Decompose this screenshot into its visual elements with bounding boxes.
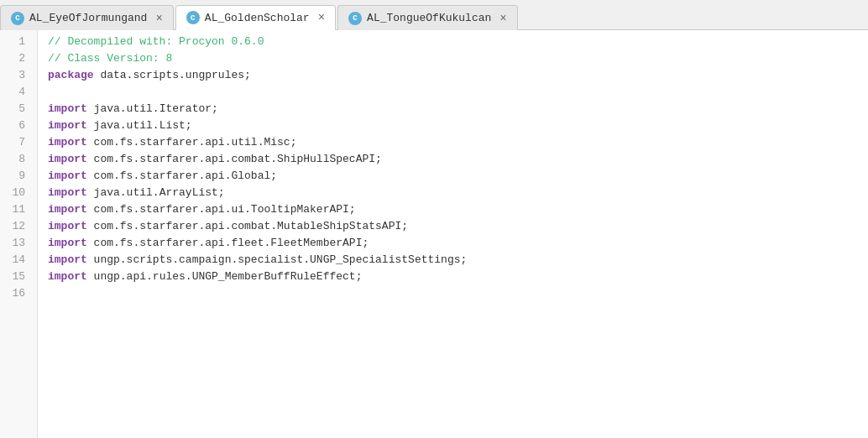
line-number-13: 13 — [0, 235, 30, 252]
line-number-4: 4 — [0, 84, 30, 101]
line-number-5: 5 — [0, 101, 30, 117]
tab-close-tab3[interactable]: × — [499, 12, 506, 25]
code-token: // Class Version: 8 — [48, 52, 172, 65]
code-token: com.fs.starfarer.api.fleet.FleetMemberAP… — [87, 237, 369, 249]
code-token: import — [48, 253, 87, 266]
code-line-7: import com.fs.starfarer.api.util.Misc; — [48, 134, 868, 151]
code-token: import — [48, 153, 87, 165]
code-line-2: // Class Version: 8 — [48, 50, 868, 67]
code-content: // Decompiled with: Procyon 0.6.0// Clas… — [38, 30, 868, 438]
code-token: import — [48, 102, 87, 115]
code-line-5: import java.util.Iterator; — [48, 101, 868, 117]
code-token: import — [48, 119, 87, 132]
code-line-16 — [48, 285, 868, 302]
code-line-3: package data.scripts.ungprules; — [48, 67, 868, 84]
code-token: com.fs.starfarer.api.combat.ShipHullSpec… — [87, 153, 382, 165]
line-numbers: 12345678910111213141516 — [0, 30, 38, 438]
tab-tab1[interactable]: cAL_EyeOfJormungand× — [0, 5, 174, 30]
tab-close-tab1[interactable]: × — [155, 12, 162, 25]
tab-icon-tab1: c — [11, 12, 24, 25]
code-token: import — [48, 136, 87, 149]
code-token: import — [48, 237, 87, 249]
line-number-14: 14 — [0, 252, 30, 269]
code-line-8: import com.fs.starfarer.api.combat.ShipH… — [48, 151, 868, 168]
line-number-2: 2 — [0, 50, 30, 67]
line-number-11: 11 — [0, 201, 30, 218]
code-line-13: import com.fs.starfarer.api.fleet.FleetM… — [48, 235, 868, 252]
tab-icon-tab2: c — [186, 11, 200, 24]
code-token: import — [48, 270, 87, 283]
code-token: java.util.List; — [87, 119, 192, 132]
code-token: com.fs.starfarer.api.combat.MutableShipS… — [87, 220, 408, 232]
tab-tab3[interactable]: cAL_TongueOfKukulcan× — [337, 5, 518, 30]
code-token: import — [48, 169, 87, 182]
line-number-10: 10 — [0, 185, 30, 201]
code-token: ungp.api.rules.UNGP_MemberBuffRuleEffect… — [87, 270, 363, 283]
tab-close-tab2[interactable]: × — [318, 11, 325, 24]
code-line-1: // Decompiled with: Procyon 0.6.0 — [48, 34, 868, 50]
code-line-12: import com.fs.starfarer.api.combat.Mutab… — [48, 218, 868, 235]
code-token: // Decompiled with: Procyon 0.6.0 — [48, 35, 264, 48]
code-line-4 — [48, 84, 868, 101]
code-token: com.fs.starfarer.api.Global; — [87, 169, 277, 182]
code-token: java.util.ArrayList; — [87, 186, 225, 199]
code-line-10: import java.util.ArrayList; — [48, 185, 868, 201]
tab-label-tab2: AL_GoldenScholar — [205, 12, 310, 24]
code-token: ungp.scripts.campaign.specialist.UNGP_Sp… — [87, 253, 467, 266]
line-number-1: 1 — [0, 34, 30, 50]
code-line-15: import ungp.api.rules.UNGP_MemberBuffRul… — [48, 269, 868, 285]
line-number-15: 15 — [0, 269, 30, 285]
code-line-9: import com.fs.starfarer.api.Global; — [48, 168, 868, 185]
code-token: com.fs.starfarer.api.ui.TooltipMakerAPI; — [87, 203, 356, 216]
code-line-14: import ungp.scripts.campaign.specialist.… — [48, 252, 868, 269]
line-number-16: 16 — [0, 285, 30, 302]
code-token: package — [48, 69, 94, 81]
code-token: data.scripts.ungprules; — [94, 69, 251, 81]
line-number-8: 8 — [0, 151, 30, 168]
tab-label-tab3: AL_TongueOfKukulcan — [367, 12, 491, 24]
line-number-12: 12 — [0, 218, 30, 235]
code-area: 12345678910111213141516 // Decompiled wi… — [0, 30, 868, 438]
tab-icon-tab3: c — [348, 12, 362, 25]
tab-tab2[interactable]: cAL_GoldenScholar× — [175, 5, 336, 30]
code-token: import — [48, 203, 87, 216]
line-number-6: 6 — [0, 117, 30, 134]
tab-label-tab1: AL_EyeOfJormungand — [29, 12, 147, 24]
code-token: import — [48, 220, 87, 232]
line-number-3: 3 — [0, 67, 30, 84]
line-number-9: 9 — [0, 168, 30, 185]
code-token: com.fs.starfarer.api.util.Misc; — [87, 136, 297, 149]
line-number-7: 7 — [0, 134, 30, 151]
code-line-11: import com.fs.starfarer.api.ui.TooltipMa… — [48, 201, 868, 218]
code-token: import — [48, 186, 87, 199]
code-line-6: import java.util.List; — [48, 117, 868, 134]
code-token: java.util.Iterator; — [87, 102, 218, 115]
tab-bar: cAL_EyeOfJormungand×cAL_GoldenScholar×cA… — [0, 0, 868, 30]
